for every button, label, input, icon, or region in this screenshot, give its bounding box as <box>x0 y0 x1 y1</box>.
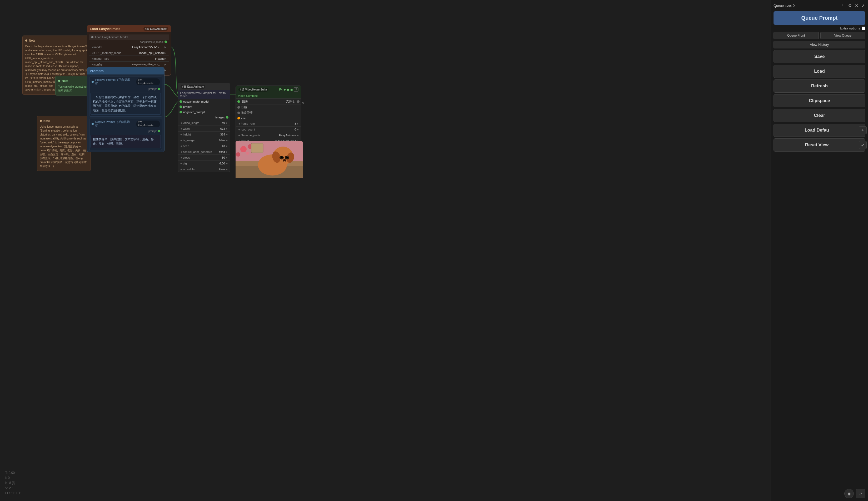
note-3-header: Note <box>40 119 88 123</box>
neg-input-dot <box>180 111 182 114</box>
svg-point-9 <box>281 156 283 158</box>
negative-prompt-text[interactable]: 扭曲的身体，肢体残缺，文本文字等，漫画、静止、互联、错误、丑陋。 <box>91 135 161 148</box>
vc-filename-prefix: ◀ filename_prefix EasyAnimate ▶ <box>236 132 301 138</box>
expand-icon-btn[interactable]: ⤢ <box>861 3 865 9</box>
positive-section-header: Positive Prompt（正向提示词） #75 EasyAnimate <box>89 77 162 87</box>
settings-icon-btn[interactable]: ⚙ <box>847 3 852 9</box>
load-default-button[interactable]: Load Defau <box>773 124 865 137</box>
svg-point-11 <box>282 157 283 157</box>
load-default-row: Load Defau + <box>773 124 865 137</box>
view-history-button[interactable]: View History <box>773 41 865 49</box>
queue-prompt-button[interactable]: Queue Prompt <box>773 11 865 25</box>
sampler-node: #88 EasyAnimate EasyAnimateV5 Sampler fo… <box>178 83 230 172</box>
sampler-header: #88 EasyAnimate <box>178 83 230 90</box>
positive-out-dot <box>158 88 160 90</box>
section-dot <box>91 36 93 38</box>
clear-button[interactable]: Clear <box>773 109 865 122</box>
param-is-image: ◀ is_image false ▶ <box>178 137 230 143</box>
param-seed: ◀ seed 43 ▶ <box>178 143 230 149</box>
status-time: T: 0.00s <box>5 470 22 476</box>
param-model: ◀ model EasyAnimateV5.1-12b-zh-InP ▶ <box>89 44 169 50</box>
svg-rect-19 <box>252 144 263 152</box>
extra-options-label: Extra options <box>840 26 860 30</box>
save-button[interactable]: Save <box>773 50 865 63</box>
status-n: N: 8 [8] <box>5 480 22 486</box>
batch-dot <box>237 111 240 114</box>
negative-dot <box>92 123 94 125</box>
reset-view-row: Reset View ⤢ <box>773 138 865 151</box>
negative-out-dot <box>158 130 160 132</box>
negative-section-label: Negtive Prompt（反向提示词） <box>95 120 135 128</box>
note-dot-3 <box>40 120 42 122</box>
menu-icon-btn[interactable]: ⋮ <box>840 3 845 9</box>
note-dot <box>25 40 28 42</box>
prompts-node: Prompts Positive Prompt（正向提示词） #75 EasyA… <box>87 67 165 152</box>
positive-prompt-text[interactable]: 一只棕橙色的狗在花瓣背景前，坐在一个舒适的浅棕色的沙发坐上，在背前的画面，花子上… <box>91 93 161 115</box>
prompt-input-dot <box>180 106 182 108</box>
output-label-row: easyanimate_model <box>89 40 169 44</box>
positive-prompt-section: Positive Prompt（正向提示词） #75 EasyAnimate p… <box>89 77 162 117</box>
note-1-title: Note <box>29 39 35 43</box>
right-panel: Queue size: 0 ⋮ ⚙ ✕ ⤢ Queue Prompt Extra… <box>771 0 868 501</box>
note-1-header: Note <box>25 39 91 43</box>
images-output-dot <box>226 116 229 119</box>
video-combine-header: #17 VideoHelperSuite F< ▶ ◼ ◼ ? <box>236 86 301 93</box>
vc-loop-count: ◀ loop_count 0 ▶ <box>236 127 301 132</box>
negative-prompt-section: Negtive Prompt（反向提示词） #73 EasyAnimate pr… <box>89 119 162 150</box>
filename-out-dot <box>297 100 299 103</box>
note-3-text: Using longer neg prompt such as "Blurrin… <box>40 125 88 168</box>
help-button[interactable]: ? <box>294 87 298 92</box>
image-in-dot <box>237 100 240 103</box>
positive-output-row: prompt <box>89 87 162 91</box>
prompts-header: Prompts <box>87 67 164 74</box>
image-preview <box>235 141 303 178</box>
svg-point-17 <box>246 151 249 155</box>
param-width: ◀ width 672 ▶ <box>178 126 230 131</box>
param-steps: ◀ steps 50 ▶ <box>178 155 230 160</box>
extra-options-row: Extra options <box>773 26 865 30</box>
vc-frame-rate: ◀ frame_rate 8 ▶ <box>236 121 301 127</box>
load-easyanimate-header: Load EasyAnimate #87 EasyAnimate <box>87 25 171 32</box>
close-icon-btn[interactable]: ✕ <box>854 3 859 9</box>
combine-title: Video Combine <box>238 94 258 97</box>
load-button[interactable]: Load <box>773 65 865 78</box>
view-queue-button[interactable]: View Queue <box>821 32 866 39</box>
model-input-dot <box>180 100 182 103</box>
sampler-id: #88 EasyAnimate <box>181 85 205 89</box>
note-dot-2 <box>58 80 60 82</box>
svg-point-10 <box>286 156 288 158</box>
param-control: ◀ control_after_generate fixed ▶ <box>178 149 230 155</box>
expand-canvas-button[interactable]: ⤢ <box>859 141 867 149</box>
vae-dot <box>237 117 240 119</box>
combine-batch: 批次管理 <box>236 110 301 116</box>
sampler-title-row: EasyAnimateV5 Sampler for Text to Video <box>178 90 230 99</box>
queue-front-button[interactable]: Queue Front <box>773 32 819 39</box>
positive-section-label: Positive Prompt（正向提示词） <box>95 78 135 86</box>
param-cfg: ◀ cfg 6.00 ▶ <box>178 160 230 166</box>
audio-dot <box>237 106 240 109</box>
output-dot <box>165 41 167 43</box>
sampler-output: images <box>178 115 230 120</box>
arrow-icon-button[interactable]: ↗ <box>856 489 865 498</box>
sampler-input-model: easyanimate_model <box>178 99 230 104</box>
circle-icon-button[interactable]: ◉ <box>844 489 854 498</box>
sampler-title-text: EasyAnimateV5 Sampler for Text to Video <box>180 91 225 98</box>
combine-icons: F< ▶ ◼ ◼ ? <box>279 87 298 92</box>
extra-options-checkbox[interactable] <box>862 26 865 30</box>
positive-section-id: #75 EasyAnimate <box>136 78 160 85</box>
reset-view-button[interactable]: Reset View <box>773 138 865 151</box>
refresh-button[interactable]: Refresh <box>773 79 865 93</box>
status-i: I: 0 <box>5 476 22 480</box>
status-fps: FPS:111.11 <box>5 491 22 496</box>
status-v: V: 20 <box>5 486 22 491</box>
clipspace-button[interactable]: Clipspace <box>773 94 865 107</box>
note-2-title: Note <box>62 79 68 83</box>
load-model-section: Load EasyAnimate Model <box>89 34 169 40</box>
bottom-icons: ◉ ↗ <box>773 486 865 498</box>
negative-section-id: #73 EasyAnimate <box>136 120 160 127</box>
preview-svg <box>235 141 303 178</box>
combine-title-row: Video Combine <box>236 93 301 99</box>
add-button[interactable]: + <box>859 126 867 134</box>
prompts-body: Positive Prompt（正向提示词） #75 EasyAnimate p… <box>87 74 164 152</box>
video-combine-id: #17 VideoHelperSuite <box>239 88 268 92</box>
